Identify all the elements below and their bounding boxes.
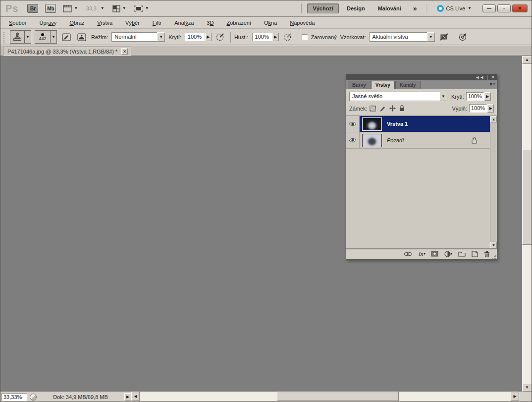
lock-pixels-icon[interactable] (379, 105, 386, 112)
drag-grip[interactable] (3, 32, 5, 43)
scroll-up-button[interactable]: ▲ (490, 116, 497, 122)
horizontal-scroll-thumb[interactable] (277, 392, 399, 401)
layer-styles-icon[interactable]: fx▾ (419, 251, 425, 257)
flow-value[interactable]: 100% (252, 33, 272, 41)
tab-barvy[interactable]: Barvy (348, 81, 371, 89)
menu-soubor[interactable]: Soubor (2, 17, 33, 29)
cs-live-button[interactable]: CS Live ▼ (437, 5, 472, 12)
chevron-right-icon: ▶ (486, 95, 489, 99)
panel-resize-grip[interactable] (492, 254, 496, 259)
new-group-icon[interactable] (458, 251, 466, 257)
panel-opacity-value[interactable]: 100% (466, 92, 484, 101)
visibility-toggle[interactable] (346, 116, 360, 132)
document-profile-icon[interactable] (30, 394, 37, 401)
bridge-button[interactable]: Br (27, 4, 38, 13)
workspace-default-button[interactable]: Výchozí (307, 3, 339, 13)
flow-control[interactable]: 100% ▶ (252, 33, 279, 41)
layer-name[interactable]: Vrstva 1 (387, 121, 408, 127)
menu-napoveda[interactable]: Nápověda (283, 17, 321, 29)
zoom-level-dropdown[interactable]: 33,3 ▼ (86, 5, 104, 11)
zoom-input[interactable]: 33,33% (1, 393, 27, 401)
scroll-right-button[interactable]: ▶ (511, 392, 519, 401)
scroll-down-button[interactable]: ▼ (490, 242, 497, 248)
tablet-opacity-button[interactable] (215, 31, 227, 43)
menu-upravy[interactable]: Úpravy (33, 17, 63, 29)
document-tab[interactable]: P4171046a.jpg @ 33,3% (Vrstva 1,RGB/8#) … (3, 47, 131, 56)
layer-row-pozadi[interactable]: Pozadí (346, 132, 491, 149)
sample-select[interactable]: Aktuální vrstva ▼ (370, 32, 435, 42)
close-button[interactable]: ✕ (512, 4, 528, 12)
fill-control[interactable]: 100% ▶ (469, 104, 494, 113)
scroll-down-button[interactable]: ▼ (522, 384, 532, 392)
blend-mode-select[interactable]: Normální ▼ (111, 32, 165, 42)
opacity-control[interactable]: 100% ▶ (185, 33, 212, 41)
menu-analyza[interactable]: Analýza (168, 17, 200, 29)
panel-title-bar[interactable]: ◄◄ | ✕ (346, 74, 497, 80)
menu-filtr[interactable]: Filtr (146, 17, 168, 29)
vertical-scrollbar[interactable]: ▲ ▼ (522, 56, 532, 392)
scroll-up-button[interactable]: ▲ (522, 56, 532, 64)
menu-3d[interactable]: 3D (200, 17, 220, 29)
menu-zobrazeni[interactable]: Zobrazení (220, 17, 258, 29)
chevron-down-icon: ▼ (101, 6, 105, 10)
panel-menu-icon[interactable]: ▼≡ (489, 82, 495, 87)
layers-list-scrollbar[interactable]: ▲ ▼ (490, 116, 497, 248)
eye-icon (349, 138, 357, 143)
lock-transparency-icon[interactable] (370, 106, 376, 112)
opacity-label: Krytí: (168, 34, 181, 40)
chevron-down-icon: ▼ (159, 35, 163, 39)
menu-okna[interactable]: Okna (258, 17, 283, 29)
menu-vrstva[interactable]: Vrstva (91, 17, 119, 29)
blend-mode-value: Jasné světlo (349, 92, 439, 101)
divider (301, 3, 302, 13)
layer-thumbnail[interactable] (362, 134, 382, 147)
pressure-size-icon (459, 33, 468, 41)
restore-button[interactable]: ▫ (497, 4, 511, 12)
delete-layer-icon[interactable] (484, 251, 490, 257)
ignore-adjustment-layers-icon (439, 33, 449, 41)
tab-kanaly[interactable]: Kanály (395, 81, 421, 89)
airbrush-mode-button[interactable] (282, 31, 294, 43)
workspace-overflow-button[interactable]: » (413, 4, 417, 12)
menu-vyber[interactable]: Výběr (119, 17, 146, 29)
mini-bridge-button[interactable]: Mb (45, 4, 56, 13)
lock-position-icon[interactable] (389, 105, 396, 112)
screen-mode-button[interactable]: ▼ (134, 5, 149, 12)
scroll-left-button[interactable]: ◀ (131, 392, 140, 401)
menu-obraz[interactable]: Obraz (63, 17, 91, 29)
lock-all-icon[interactable] (399, 105, 405, 112)
layer-row-vrstva1[interactable]: Vrstva 1 (346, 116, 491, 132)
tablet-size-button[interactable] (458, 31, 470, 43)
vertical-scroll-thumb[interactable] (522, 150, 532, 245)
add-layer-mask-icon[interactable] (431, 251, 438, 257)
ignore-adjustment-layers-button[interactable] (438, 31, 450, 43)
divider: | (487, 75, 488, 80)
minimize-button[interactable]: — (482, 4, 496, 12)
document-close-icon[interactable]: ✕ (121, 48, 128, 55)
blend-mode-dropdown[interactable]: Jasné světlo ▼ (349, 92, 447, 101)
opacity-value[interactable]: 100% (185, 33, 205, 41)
status-options-button[interactable]: ▶ (124, 393, 131, 401)
aligned-checkbox[interactable] (302, 34, 308, 40)
tool-preset-picker[interactable]: ▼ (10, 30, 31, 44)
toggle-clone-source-panel-button[interactable] (76, 31, 88, 43)
workspace-paint-button[interactable]: Malování (373, 4, 406, 13)
panel-opacity-label: Krytí: (451, 94, 464, 100)
close-panel-icon[interactable]: ✕ (491, 75, 495, 80)
adjustment-layer-icon[interactable]: ▾ (444, 251, 452, 257)
workspace-design-button[interactable]: Design (342, 4, 370, 13)
layer-thumbnail[interactable] (362, 117, 382, 131)
fill-value[interactable]: 100% (469, 104, 487, 113)
horizontal-scrollbar[interactable]: ◀ ▶ (131, 392, 519, 401)
toggle-brush-panel-button[interactable] (60, 31, 72, 43)
visibility-toggle[interactable] (346, 132, 360, 148)
new-layer-icon[interactable] (472, 251, 478, 257)
link-layers-icon[interactable] (404, 252, 413, 256)
view-extras-button[interactable]: ▼ (63, 5, 78, 12)
panel-opacity-control[interactable]: 100% ▶ (466, 92, 491, 101)
brush-preset-picker[interactable]: 442 ▼ (35, 30, 57, 44)
tab-vrstvy[interactable]: Vrstvy (371, 81, 395, 89)
layer-name[interactable]: Pozadí (387, 137, 404, 143)
arrange-documents-button[interactable]: ▼ (112, 5, 126, 12)
collapse-panel-icon[interactable]: ◄◄ (475, 75, 484, 80)
